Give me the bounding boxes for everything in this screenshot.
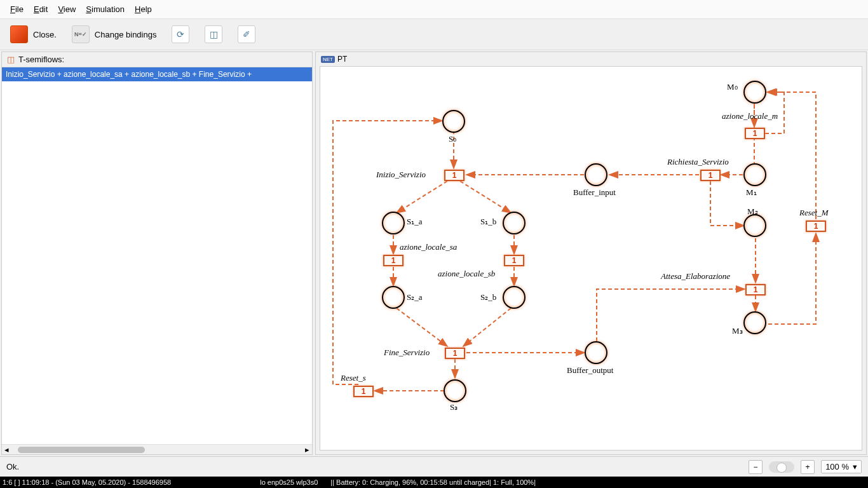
label-azm: azione_locale_m (722, 111, 778, 121)
transition-azione-locale-m[interactable]: 1 (745, 128, 765, 139)
zoom-in-button[interactable]: + (801, 460, 815, 474)
label-s1a: S₁_a (407, 217, 423, 227)
status-message: Ok. (6, 462, 19, 471)
bindings-icon: N=✓ (72, 25, 90, 43)
change-bindings-button[interactable]: N=✓ Change bindings (72, 25, 157, 43)
semiflows-icon: ◫ (7, 55, 15, 64)
label-s1b: S₁_b (480, 217, 496, 227)
label-s2a: S₂_a (407, 292, 423, 302)
svg-line-7 (397, 308, 447, 346)
label-buffer-input: Buffer_input (573, 187, 616, 198)
close-button[interactable]: Close. (10, 25, 57, 43)
canvas-container: NET PT (315, 51, 867, 455)
menu-simulation[interactable]: Simulation (81, 2, 130, 17)
menu-bar: File Edit View Simulation Help (0, 0, 868, 19)
zoom-value: 100 % (825, 462, 849, 471)
panel-icon: ◫ (205, 25, 222, 43)
place-buffer-output[interactable] (585, 341, 607, 364)
label-azsa: azione_locale_sa (400, 242, 457, 252)
status-bar: Ok. − + 100 % ▾ (0, 456, 868, 477)
scroll-right-icon[interactable]: ▸ (305, 445, 309, 454)
tool-panel[interactable]: ◫ (205, 25, 222, 43)
transition-azione-sb[interactable]: 1 (504, 255, 524, 266)
label-m3: M₃ (732, 326, 743, 336)
right-panel: NET PT (315, 51, 867, 455)
transition-reset-s[interactable]: 1 (353, 386, 374, 397)
left-panel: ◫ T-semiflows: Inizio_Servizio + azione_… (1, 51, 313, 455)
close-icon (10, 25, 28, 43)
svg-line-8 (463, 308, 511, 346)
svg-line-1 (397, 181, 447, 213)
label-resets: Reset_s (341, 373, 366, 383)
horizontal-scrollbar[interactable]: ◂ ▸ (2, 444, 312, 454)
sysbar-battery: || Battery: 0: Charging, 96%, 00:15:58 u… (330, 478, 536, 486)
label-m0: M₀ (727, 82, 738, 92)
label-att: Attesa_Elaborazione (661, 271, 730, 281)
canvas-title-bar: NET PT (321, 55, 347, 64)
place-s3[interactable] (444, 379, 466, 402)
menu-file[interactable]: File (5, 2, 29, 17)
place-s1a[interactable] (382, 212, 405, 234)
label-s2b: S₂_b (480, 292, 496, 302)
label-s0: S₀ (449, 134, 456, 144)
scroll-left-icon[interactable]: ◂ (4, 445, 9, 454)
place-m3[interactable] (743, 311, 766, 334)
chevron-down-icon: ▾ (853, 462, 857, 471)
place-s2b[interactable] (503, 286, 526, 309)
label-buffer-output: Buffer_output (567, 365, 613, 376)
zoom-out-button[interactable]: − (749, 460, 763, 474)
left-panel-header: ◫ T-semiflows: (2, 52, 312, 67)
menu-edit[interactable]: Edit (29, 2, 53, 17)
transition-azione-sa[interactable]: 1 (383, 255, 403, 266)
tool-refresh[interactable]: ⟳ (172, 25, 189, 43)
close-label: Close. (33, 30, 57, 39)
place-s2a[interactable] (382, 286, 405, 309)
label-fine: Fine_Servizio (384, 348, 430, 358)
semiflows-list[interactable]: Inizio_Servizio + azione_locale_sa + azi… (2, 67, 312, 444)
change-bindings-label: Change bindings (95, 30, 157, 39)
toolbar: Close. N=✓ Change bindings ⟳ ◫ ✐ (0, 19, 868, 50)
semiflow-item-selected[interactable]: Inizio_Servizio + azione_locale_sa + azi… (2, 67, 312, 81)
sysbar-network: lo enp0s25 wlp3s0 (260, 478, 318, 486)
system-bar: 1:6 [ ] 11:09:18 - (Sun 03 May, 05.2020)… (0, 477, 868, 488)
label-m1: M₁ (746, 187, 757, 198)
main-area: ◫ T-semiflows: Inizio_Servizio + azione_… (0, 50, 868, 456)
label-resetm: Reset_M (799, 208, 828, 218)
view-toggle[interactable] (769, 461, 794, 473)
refresh-icon: ⟳ (172, 25, 189, 43)
transition-inizio-servizio[interactable]: 1 (444, 170, 465, 181)
petri-net-canvas[interactable]: S₀ S₁_a S₁_b S₂_a S₂_b S₃ Buffer_input B… (320, 66, 862, 451)
label-m2: M₂ (747, 207, 758, 217)
net-badge: NET (321, 56, 335, 63)
canvas-title: PT (337, 55, 347, 64)
place-m1[interactable] (743, 163, 766, 186)
zoom-controls: − + 100 % ▾ (749, 460, 862, 474)
transition-attesa[interactable]: 1 (745, 284, 766, 295)
label-rich: Richiesta_Servizio (667, 157, 729, 167)
place-s0[interactable] (442, 110, 465, 133)
transition-fine-servizio[interactable]: 1 (445, 348, 465, 359)
semiflows-title: T-semiflows: (18, 55, 64, 64)
scroll-thumb[interactable] (18, 447, 145, 453)
transition-richiesta[interactable]: 1 (700, 170, 721, 181)
sysbar-time: 1:6 [ ] 11:09:18 - (Sun 03 May, 05.2020)… (3, 478, 171, 486)
label-inizio: Inizio_Servizio (376, 170, 426, 180)
label-s3: S₃ (450, 402, 458, 412)
tool-measure[interactable]: ✐ (238, 25, 255, 43)
measure-icon: ✐ (238, 25, 255, 43)
place-m0[interactable] (743, 81, 766, 104)
transition-reset-m[interactable]: 1 (806, 220, 826, 232)
menu-view[interactable]: View (53, 2, 81, 17)
svg-line-2 (460, 181, 511, 213)
place-s1b[interactable] (503, 212, 526, 234)
menu-help[interactable]: Help (130, 2, 157, 17)
zoom-select[interactable]: 100 % ▾ (821, 460, 862, 473)
place-buffer-input[interactable] (585, 163, 607, 186)
place-m2[interactable] (743, 214, 766, 237)
label-azsb: azione_locale_sb (438, 269, 495, 279)
